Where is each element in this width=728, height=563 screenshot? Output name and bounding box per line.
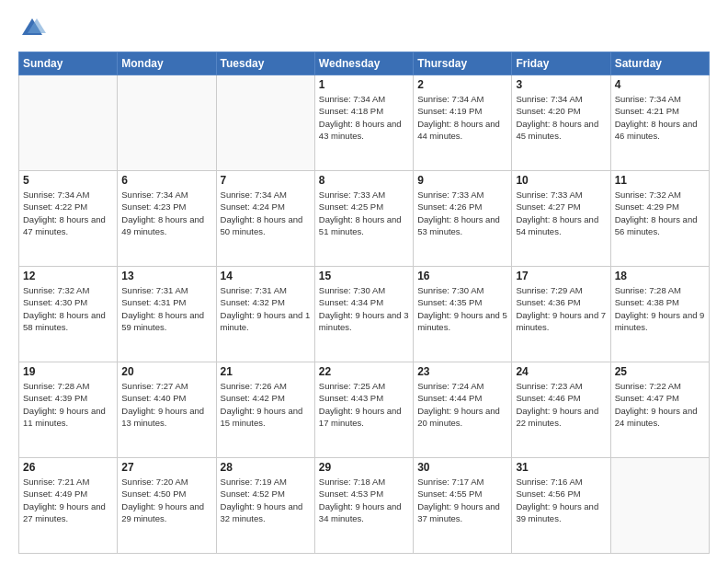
day-number: 30 bbox=[417, 461, 507, 474]
calendar-cell: 24Sunrise: 7:23 AM Sunset: 4:46 PM Dayli… bbox=[512, 362, 610, 458]
day-number: 9 bbox=[417, 174, 507, 187]
day-info: Sunrise: 7:31 AM Sunset: 4:31 PM Dayligh… bbox=[121, 284, 211, 333]
day-number: 22 bbox=[319, 365, 409, 378]
day-info: Sunrise: 7:30 AM Sunset: 4:35 PM Dayligh… bbox=[417, 284, 507, 333]
day-number: 27 bbox=[121, 461, 211, 474]
day-info: Sunrise: 7:17 AM Sunset: 4:55 PM Dayligh… bbox=[417, 476, 507, 524]
day-number: 3 bbox=[516, 78, 606, 91]
day-info: Sunrise: 7:34 AM Sunset: 4:21 PM Dayligh… bbox=[615, 93, 705, 142]
calendar-cell: 29Sunrise: 7:18 AM Sunset: 4:53 PM Dayli… bbox=[314, 458, 413, 554]
calendar-cell: 20Sunrise: 7:27 AM Sunset: 4:40 PM Dayli… bbox=[118, 362, 216, 458]
calendar-cell: 6Sunrise: 7:34 AM Sunset: 4:23 PM Daylig… bbox=[118, 171, 216, 267]
day-number: 17 bbox=[516, 270, 606, 282]
calendar-cell: 30Sunrise: 7:17 AM Sunset: 4:55 PM Dayli… bbox=[414, 458, 512, 554]
calendar-header-tuesday: Tuesday bbox=[216, 52, 314, 75]
day-info: Sunrise: 7:29 AM Sunset: 4:36 PM Dayligh… bbox=[516, 284, 606, 333]
day-number: 29 bbox=[319, 461, 409, 474]
day-info: Sunrise: 7:33 AM Sunset: 4:26 PM Dayligh… bbox=[417, 189, 507, 237]
calendar-cell: 10Sunrise: 7:33 AM Sunset: 4:27 PM Dayli… bbox=[512, 171, 610, 267]
logo-icon bbox=[18, 15, 46, 42]
day-number: 31 bbox=[516, 461, 606, 474]
day-number: 12 bbox=[23, 270, 113, 282]
calendar-cell: 3Sunrise: 7:34 AM Sunset: 4:20 PM Daylig… bbox=[512, 75, 610, 171]
day-info: Sunrise: 7:25 AM Sunset: 4:43 PM Dayligh… bbox=[319, 380, 409, 429]
day-number: 14 bbox=[221, 270, 311, 282]
day-info: Sunrise: 7:32 AM Sunset: 4:30 PM Dayligh… bbox=[23, 284, 113, 333]
day-info: Sunrise: 7:31 AM Sunset: 4:32 PM Dayligh… bbox=[221, 284, 311, 333]
day-number: 10 bbox=[516, 174, 606, 187]
calendar-cell: 23Sunrise: 7:24 AM Sunset: 4:44 PM Dayli… bbox=[414, 362, 512, 458]
calendar-cell: 7Sunrise: 7:34 AM Sunset: 4:24 PM Daylig… bbox=[216, 171, 314, 267]
calendar-week-4: 26Sunrise: 7:21 AM Sunset: 4:49 PM Dayli… bbox=[19, 458, 710, 554]
day-info: Sunrise: 7:34 AM Sunset: 4:22 PM Dayligh… bbox=[23, 189, 113, 237]
day-number: 19 bbox=[23, 365, 113, 378]
calendar-header-monday: Monday bbox=[118, 52, 216, 75]
calendar-week-3: 19Sunrise: 7:28 AM Sunset: 4:39 PM Dayli… bbox=[19, 362, 710, 458]
calendar-cell: 18Sunrise: 7:28 AM Sunset: 4:38 PM Dayli… bbox=[610, 267, 709, 362]
day-info: Sunrise: 7:16 AM Sunset: 4:56 PM Dayligh… bbox=[516, 476, 606, 524]
calendar-cell: 5Sunrise: 7:34 AM Sunset: 4:22 PM Daylig… bbox=[19, 171, 118, 267]
day-info: Sunrise: 7:34 AM Sunset: 4:18 PM Dayligh… bbox=[319, 93, 409, 142]
calendar-cell: 13Sunrise: 7:31 AM Sunset: 4:31 PM Dayli… bbox=[118, 267, 216, 362]
day-info: Sunrise: 7:20 AM Sunset: 4:50 PM Dayligh… bbox=[121, 476, 211, 524]
day-info: Sunrise: 7:23 AM Sunset: 4:46 PM Dayligh… bbox=[516, 380, 606, 429]
calendar-week-0: 1Sunrise: 7:34 AM Sunset: 4:18 PM Daylig… bbox=[19, 75, 710, 171]
day-info: Sunrise: 7:24 AM Sunset: 4:44 PM Dayligh… bbox=[417, 380, 507, 429]
day-number: 26 bbox=[23, 461, 113, 474]
day-info: Sunrise: 7:34 AM Sunset: 4:23 PM Dayligh… bbox=[121, 189, 211, 237]
day-info: Sunrise: 7:18 AM Sunset: 4:53 PM Dayligh… bbox=[319, 476, 409, 524]
day-number: 23 bbox=[417, 365, 507, 378]
calendar-table: SundayMondayTuesdayWednesdayThursdayFrid… bbox=[18, 52, 710, 554]
day-number: 21 bbox=[221, 365, 311, 378]
day-info: Sunrise: 7:27 AM Sunset: 4:40 PM Dayligh… bbox=[121, 380, 211, 429]
day-number: 24 bbox=[516, 365, 606, 378]
day-info: Sunrise: 7:34 AM Sunset: 4:24 PM Dayligh… bbox=[221, 189, 311, 237]
calendar-cell: 14Sunrise: 7:31 AM Sunset: 4:32 PM Dayli… bbox=[216, 267, 314, 362]
day-info: Sunrise: 7:33 AM Sunset: 4:27 PM Dayligh… bbox=[516, 189, 606, 237]
day-number: 16 bbox=[417, 270, 507, 282]
calendar-cell: 22Sunrise: 7:25 AM Sunset: 4:43 PM Dayli… bbox=[314, 362, 413, 458]
day-info: Sunrise: 7:34 AM Sunset: 4:19 PM Dayligh… bbox=[417, 93, 507, 142]
calendar-header-sunday: Sunday bbox=[19, 52, 118, 75]
calendar-cell: 1Sunrise: 7:34 AM Sunset: 4:18 PM Daylig… bbox=[314, 75, 413, 171]
day-number: 4 bbox=[615, 78, 705, 91]
page: SundayMondayTuesdayWednesdayThursdayFrid… bbox=[0, 0, 728, 563]
calendar-header-saturday: Saturday bbox=[610, 52, 709, 75]
day-info: Sunrise: 7:30 AM Sunset: 4:34 PM Dayligh… bbox=[319, 284, 409, 333]
calendar-cell: 2Sunrise: 7:34 AM Sunset: 4:19 PM Daylig… bbox=[414, 75, 512, 171]
calendar-header-thursday: Thursday bbox=[414, 52, 512, 75]
day-number: 15 bbox=[319, 270, 409, 282]
day-number: 5 bbox=[23, 174, 113, 187]
day-info: Sunrise: 7:21 AM Sunset: 4:49 PM Dayligh… bbox=[23, 476, 113, 524]
day-number: 1 bbox=[319, 78, 409, 91]
calendar-cell: 8Sunrise: 7:33 AM Sunset: 4:25 PM Daylig… bbox=[314, 171, 413, 267]
calendar-cell: 28Sunrise: 7:19 AM Sunset: 4:52 PM Dayli… bbox=[216, 458, 314, 554]
calendar-cell: 4Sunrise: 7:34 AM Sunset: 4:21 PM Daylig… bbox=[610, 75, 709, 171]
calendar-cell: 17Sunrise: 7:29 AM Sunset: 4:36 PM Dayli… bbox=[512, 267, 610, 362]
calendar-header-row: SundayMondayTuesdayWednesdayThursdayFrid… bbox=[19, 52, 710, 75]
day-number: 25 bbox=[615, 365, 705, 378]
day-info: Sunrise: 7:28 AM Sunset: 4:39 PM Dayligh… bbox=[23, 380, 113, 429]
calendar-cell: 11Sunrise: 7:32 AM Sunset: 4:29 PM Dayli… bbox=[610, 171, 709, 267]
calendar-cell: 27Sunrise: 7:20 AM Sunset: 4:50 PM Dayli… bbox=[118, 458, 216, 554]
calendar-cell bbox=[19, 75, 118, 171]
day-number: 6 bbox=[121, 174, 211, 187]
calendar-week-1: 5Sunrise: 7:34 AM Sunset: 4:22 PM Daylig… bbox=[19, 171, 710, 267]
calendar-cell: 25Sunrise: 7:22 AM Sunset: 4:47 PM Dayli… bbox=[610, 362, 709, 458]
day-number: 2 bbox=[417, 78, 507, 91]
calendar-header-friday: Friday bbox=[512, 52, 610, 75]
day-number: 11 bbox=[615, 174, 705, 187]
calendar-cell: 31Sunrise: 7:16 AM Sunset: 4:56 PM Dayli… bbox=[512, 458, 610, 554]
day-number: 8 bbox=[319, 174, 409, 187]
day-number: 7 bbox=[221, 174, 311, 187]
day-number: 28 bbox=[221, 461, 311, 474]
day-info: Sunrise: 7:26 AM Sunset: 4:42 PM Dayligh… bbox=[221, 380, 311, 429]
calendar-cell: 26Sunrise: 7:21 AM Sunset: 4:49 PM Dayli… bbox=[19, 458, 118, 554]
calendar-cell: 15Sunrise: 7:30 AM Sunset: 4:34 PM Dayli… bbox=[314, 267, 413, 362]
day-number: 18 bbox=[615, 270, 705, 282]
day-number: 13 bbox=[121, 270, 211, 282]
calendar-cell bbox=[610, 458, 709, 554]
day-number: 20 bbox=[121, 365, 211, 378]
calendar-week-2: 12Sunrise: 7:32 AM Sunset: 4:30 PM Dayli… bbox=[19, 267, 710, 362]
calendar-header-wednesday: Wednesday bbox=[314, 52, 413, 75]
